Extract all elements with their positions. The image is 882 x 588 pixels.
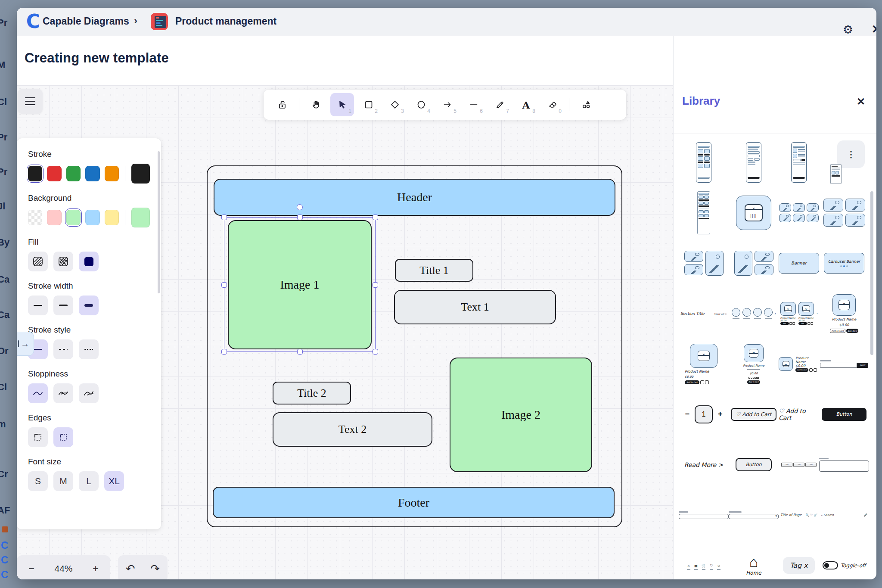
library-item-bottom-tab-bar[interactable]: ⌂ ▦ 🛒 ♡ ☺	[679, 540, 729, 579]
library-item-hover-menu[interactable]: ⋮	[819, 137, 869, 187]
library-item-textarea-field[interactable]	[819, 439, 869, 490]
text2-shape[interactable]: Text 2	[273, 412, 432, 447]
stroke-color-orange[interactable]	[105, 166, 119, 181]
tool-arrow[interactable]: 5	[435, 93, 459, 116]
tool-draw[interactable]: 7	[488, 93, 512, 116]
redo-button[interactable]: ↷	[150, 562, 160, 576]
fill-solid-button[interactable]	[79, 252, 99, 271]
style-dashed-button[interactable]	[53, 339, 73, 359]
library-close-icon[interactable]: ✕	[857, 96, 865, 108]
menu-button[interactable]	[18, 89, 43, 114]
tool-eraser[interactable]: 0	[540, 93, 564, 116]
library-item-phone-product-grid[interactable]	[679, 137, 729, 187]
resize-handle-se[interactable]	[373, 349, 378, 355]
library-item-toggle-off[interactable]: Toggle-off	[819, 540, 869, 579]
tool-rectangle[interactable]: 2	[357, 93, 380, 116]
bg-current-color[interactable]	[131, 208, 150, 227]
stepper-value[interactable]: 1	[695, 405, 713, 423]
settings-gear-icon[interactable]: ⚙	[840, 22, 856, 37]
library-item-section-title[interactable]: Section Title View all >	[679, 288, 729, 339]
font-size-m-button[interactable]: M	[53, 471, 73, 491]
library-item-quantity-stepper[interactable]: − 1 +	[679, 389, 729, 439]
resize-handle-s[interactable]	[297, 349, 303, 355]
zoom-out-button[interactable]: −	[25, 563, 37, 575]
resize-handle-e[interactable]	[373, 282, 378, 288]
title2-shape[interactable]: Title 2	[273, 382, 351, 404]
bg-color-blue[interactable]	[85, 210, 99, 225]
fill-crosshatch-button[interactable]	[53, 252, 73, 271]
stepper-minus[interactable]: −	[685, 410, 689, 419]
library-item-button-dark[interactable]: Button	[819, 389, 869, 439]
bg-color-pink[interactable]	[47, 210, 61, 225]
library-item-mobile-list-strip[interactable]	[679, 187, 729, 238]
bg-color-transparent[interactable]	[28, 210, 42, 225]
stroke-color-blue[interactable]	[85, 166, 99, 181]
rotate-handle[interactable]	[297, 204, 303, 210]
apply-button[interactable]: Apply	[857, 363, 868, 368]
stroke-color-green[interactable]	[66, 166, 81, 181]
library-scrollbar[interactable]	[870, 191, 873, 355]
font-size-l-button[interactable]: L	[79, 471, 99, 491]
font-size-xl-button[interactable]: XL	[104, 471, 124, 491]
title1-shape[interactable]: Title 1	[395, 259, 473, 282]
tool-ellipse[interactable]: 4	[409, 93, 433, 116]
capable-diagrams-logo[interactable]: C	[25, 13, 42, 31]
tool-hand[interactable]	[304, 93, 328, 116]
bg-color-yellow[interactable]	[105, 210, 119, 225]
tool-line[interactable]: 6	[462, 93, 485, 116]
stroke-current-color[interactable]	[131, 164, 150, 184]
library-item-gallery-split-right[interactable]	[729, 238, 779, 288]
library-item-app-icon-package[interactable]: ||||	[729, 187, 779, 238]
tool-diamond[interactable]: 3	[383, 93, 407, 116]
modal-close-icon[interactable]: ✕	[869, 22, 876, 37]
resize-handle-n[interactable]	[297, 215, 303, 220]
sidebar-expand-handle[interactable]: →	[17, 332, 34, 356]
read-more-link[interactable]: Read More >	[684, 461, 724, 468]
bg-color-green[interactable]	[66, 210, 81, 225]
add-to-cart-button[interactable]: Add to Cart	[747, 380, 760, 384]
undo-button[interactable]: ↶	[126, 562, 135, 576]
outline-button[interactable]: Button	[736, 458, 772, 471]
resize-handle-sw[interactable]	[221, 349, 227, 355]
library-item-search-bar[interactable]: ⌕ Search 🎤	[819, 490, 869, 540]
library-item-category-circles[interactable]: ›	[729, 288, 779, 339]
add-to-cart-button[interactable]: Add to Cart	[795, 368, 808, 372]
library-item-image-grid-2x3[interactable]	[779, 187, 819, 238]
library-item-banner[interactable]: Banner	[779, 238, 819, 288]
resize-handle-w[interactable]	[221, 282, 227, 288]
library-item-phone-checkout-form[interactable]	[729, 137, 779, 187]
zoom-in-button[interactable]: +	[90, 563, 102, 575]
library-item-phone-cart[interactable]	[779, 137, 819, 187]
library-item-add-to-cart-text[interactable]: ♡ Add to Cart	[779, 389, 819, 439]
zoom-level[interactable]: 44%	[54, 563, 72, 574]
add-to-cart-button[interactable]: Add to Cart	[685, 380, 699, 384]
header-shape[interactable]: Header	[214, 179, 615, 216]
stroke-color-red[interactable]	[47, 166, 61, 181]
sloppiness-artist-button[interactable]	[53, 383, 73, 403]
library-item-product-card[interactable]: Product Name $0.00 Add to Cart	[679, 339, 729, 389]
width-thin-button[interactable]	[28, 296, 48, 315]
edges-sharp-button[interactable]	[28, 427, 48, 447]
library-item-select-field[interactable]: ▾	[729, 490, 779, 540]
library-item-gallery-split-left[interactable]	[679, 238, 729, 288]
library-item-product-card-large[interactable]: Product Name $0.00 Add to Cart Buy Now	[819, 288, 869, 339]
add-to-cart-text-button[interactable]: ♡ Add to Cart	[779, 408, 819, 421]
library-item-image-grid-2x2[interactable]	[819, 187, 869, 238]
text1-shape[interactable]: Text 1	[394, 290, 556, 324]
library-item-read-more[interactable]: Read More >	[679, 439, 729, 490]
library-item-text-field[interactable]	[679, 490, 729, 540]
sloppiness-cartoonist-button[interactable]	[79, 383, 99, 403]
library-item-product-row[interactable]: Product Name $0.00 Add to Cart	[779, 339, 819, 389]
tool-lock[interactable]	[270, 93, 294, 116]
font-size-s-button[interactable]: S	[28, 471, 48, 491]
resize-handle-ne[interactable]	[373, 215, 378, 220]
selection-outline[interactable]	[224, 217, 376, 352]
image2-shape[interactable]: Image 2	[450, 358, 592, 472]
library-item-product-card-pair[interactable]: Product Name $0.00 Add Product Name $0.0…	[779, 288, 819, 339]
library-item-button-outline[interactable]: Button	[729, 439, 779, 490]
fill-hachure-button[interactable]	[28, 252, 48, 271]
library-item-page-title-bar[interactable]: Title of Page 🔍 ♡ 🛒	[779, 490, 819, 540]
footer-shape[interactable]: Footer	[213, 487, 615, 518]
library-item-carousel-banner[interactable]: Carousel Banner	[819, 238, 869, 288]
add-to-cart-outline-button[interactable]: ♡ Add to Cart	[731, 408, 777, 421]
